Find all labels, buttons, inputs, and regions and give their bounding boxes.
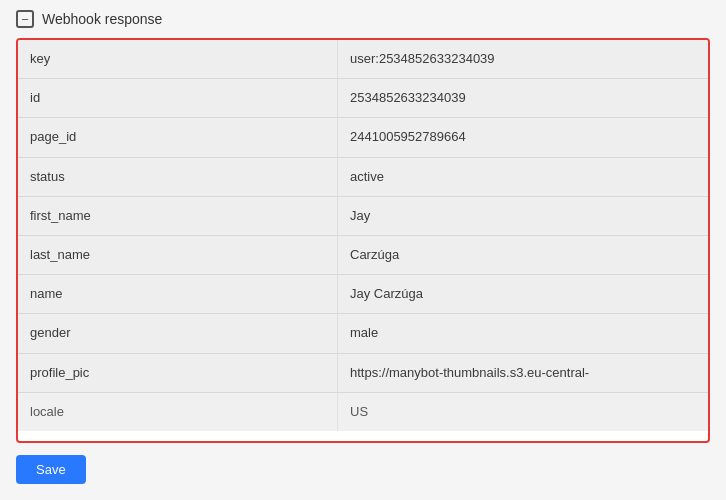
table-row: page_id2441005952789664 [18,118,708,157]
field-key-cell: id [18,79,338,117]
field-key-label: status [30,168,65,186]
field-value-text: active [350,168,384,186]
field-value-cell: Carzúga [338,236,708,274]
field-key-label: name [30,285,63,303]
field-key-cell: name [18,275,338,313]
field-value-cell: US [338,393,708,431]
field-key-cell: status [18,158,338,196]
field-key-label: page_id [30,128,76,146]
field-value-text: Jay [350,207,370,225]
field-key-label: key [30,50,50,68]
field-key-cell: page_id [18,118,338,156]
save-area: Save [16,455,710,484]
field-value-cell: male [338,314,708,352]
field-key-cell: key [18,40,338,78]
field-key-cell: gender [18,314,338,352]
section-header: Webhook response [16,10,710,28]
field-value-cell: https://manybot-thumbnails.s3.eu-central… [338,354,708,392]
table-row: profile_pichttps://manybot-thumbnails.s3… [18,354,708,393]
save-button[interactable]: Save [16,455,86,484]
field-value-text: user:2534852633234039 [350,50,495,68]
field-key-cell: locale [18,393,338,431]
toggle-icon[interactable] [16,10,34,28]
table-row: keyuser:2534852633234039 [18,40,708,79]
table-row: nameJay Carzúga [18,275,708,314]
table-row: gendermale [18,314,708,353]
field-key-label: gender [30,324,70,342]
field-key-label: first_name [30,207,91,225]
field-value-text: Carzúga [350,246,399,264]
table-row: last_nameCarzúga [18,236,708,275]
field-value-text: https://manybot-thumbnails.s3.eu-central… [350,364,589,382]
table-row: first_nameJay [18,197,708,236]
field-key-cell: profile_pic [18,354,338,392]
field-value-text: US [350,403,368,421]
fields-list: keyuser:2534852633234039id25348526332340… [18,40,708,431]
field-key-label: locale [30,403,64,421]
table-row: statusactive [18,158,708,197]
field-value-text: Jay Carzúga [350,285,423,303]
table-row-partial: localeUS [18,393,708,431]
field-value-text: 2534852633234039 [350,89,466,107]
field-key-label: profile_pic [30,364,89,382]
field-value-cell: 2441005952789664 [338,118,708,156]
field-key-cell: first_name [18,197,338,235]
field-value-text: male [350,324,378,342]
field-value-cell: Jay [338,197,708,235]
field-key-label: id [30,89,40,107]
field-value-text: 2441005952789664 [350,128,466,146]
section-title: Webhook response [42,11,162,27]
field-key-label: last_name [30,246,90,264]
field-value-cell: active [338,158,708,196]
field-value-cell: user:2534852633234039 [338,40,708,78]
field-value-cell: Jay Carzúga [338,275,708,313]
field-value-cell: 2534852633234039 [338,79,708,117]
field-key-cell: last_name [18,236,338,274]
table-row: id2534852633234039 [18,79,708,118]
webhook-response-container: keyuser:2534852633234039id25348526332340… [16,38,710,443]
